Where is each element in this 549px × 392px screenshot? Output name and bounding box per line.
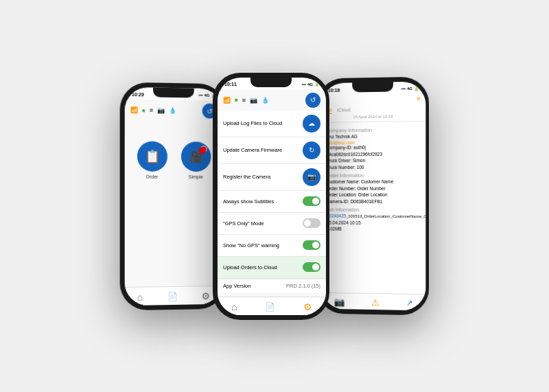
info-tabs: All iCloud [327,106,421,114]
warning-tab-right[interactable]: ⚠ [371,297,379,308]
signal-icon-right: ▪▪▪ [401,87,406,91]
app-screen-settings: 📶 ■ ≡ 📷 💧 ↺ Upload Log Files to Cloud ☁ [218,90,326,315]
settings-list: Upload Log Files to Cloud ☁ Update Camer… [218,111,326,297]
phone-mid-screen: 10:11 ▪▪▪ 4G 🔋 📶 ■ ≡ 📷 💧 ↺ [218,78,326,315]
tab-bar-mid: ⌂ 📄 ⚙ [218,297,326,315]
update-firmware-btn[interactable]: ↻ [303,141,320,159]
order-icon-item[interactable]: 📋 Order [137,141,167,279]
water-icon-left: 💧 [169,106,176,113]
gps-only-item: "GPS Only" Mode [218,213,326,235]
simple-circle-icon: 🎥 [180,141,211,172]
tab-bar-right: 📷 ⚠ ↗ [321,292,425,311]
status-icons-right: ▪▪▪ 4G 🔋 [401,86,419,91]
battery-icon-right: 🔋 [414,86,419,91]
signal-type-right: 4G [407,87,412,91]
job-date: 25.04.2024 10:15 [327,220,421,226]
simple-icon-item[interactable]: 🎥 Simple [180,141,211,279]
order-customer: Customer Name: Customer Name [327,179,421,185]
doc-tab-mid[interactable]: 📄 [265,302,275,312]
order-location: Order Location: Order Location [327,192,421,198]
app-screen-order: 📶 ■ ≡ 📷 💧 ↺ 📋 Order [125,99,222,305]
register-camera-btn[interactable]: 📷 [303,168,320,186]
gps-only-label: "GPS Only" Mode [223,220,303,227]
info-header: All iCloud 25 April 2024 at 10:18 [321,104,425,123]
app-showcase: 10:29 ▪▪▪ 4G 🔋 📶 ■ ≡ 📷 💧 ↺ [0,0,549,392]
subtitles-item: Always show Subtitles [218,191,326,213]
notch-mid [250,78,292,87]
upload-orders-item: Upload Orders to Cloud [218,257,326,279]
order-section-title: Order Information [327,173,421,178]
home-tab-mid[interactable]: ⌂ [231,301,237,312]
phone-mid: 10:11 ▪▪▪ 4G 🔋 📶 ■ ≡ 📷 💧 ↺ [213,73,329,320]
order-number: Order Number: Order Number [327,186,421,192]
camera-icon-mid: 📷 [250,97,257,104]
water-icon-mid: 💧 [261,97,269,104]
job-file: 20240425_101513_OrderLocation_CustomerNa… [327,214,421,220]
order-circle-icon: 📋 [137,141,167,171]
app-version-row: App Version PRD 2.1.0 (15) [218,279,326,292]
register-camera-item[interactable]: Register the Camera 📷 [218,164,326,191]
job-size: 1.02MB [327,227,421,233]
notch-left [153,87,194,97]
doc-tab-left[interactable]: 📄 [167,291,178,301]
job-file-link[interactable]: 20240425 [327,214,346,218]
signal-icon-left: ▪▪▪ [198,93,202,97]
job-section-title: Job Information [327,207,421,212]
upload-log-btn[interactable]: ☁ [303,115,320,132]
update-firmware-label: Update Camera Firmware [223,147,303,153]
info-body: Company Information Enz Technik AG info@… [321,122,425,294]
app-version-value: PRD 2.1.0 (15) [286,283,320,289]
update-firmware-item[interactable]: Update Camera Firmware ↻ [218,137,326,164]
register-camera-label: Register the Camera [223,174,303,180]
export-tab-right[interactable]: ↗ [406,299,412,308]
menu-icon-mid: ≡ [242,97,246,104]
signal-icon-mid: ▪▪▪ [302,82,306,87]
sync-icon-mid: ↺ [305,93,320,108]
status-icons-mid: ▪▪▪ 4G 🔋 [302,82,319,87]
truck-number: Truck Number: 100 [327,164,421,170]
simple-icon-glyph: 🎥 [189,150,202,163]
settings-tab-mid[interactable]: ⚙ [303,301,312,312]
simple-label: Simple [189,174,203,179]
signal-type-left: 4G [205,93,210,97]
top-nav-left: 📶 ■ ≡ 📷 💧 ↺ [125,99,222,121]
subtitles-toggle[interactable] [303,196,320,206]
update-firmware-icon: ↻ [309,146,314,154]
company-id-label: Company-ID: auth0| [327,145,421,151]
app-screen-info: ⎙ ✕ All iCloud 25 April 2024 at 10:18 Co… [321,94,425,311]
no-gps-toggle[interactable] [303,240,320,250]
phone-left-screen: 10:29 ▪▪▪ 4G 🔋 📶 ■ ≡ 📷 💧 ↺ [125,87,222,305]
company-name: Enz Technik AG [327,133,421,140]
wifi-icon-left: 📶 [130,106,138,113]
home-tab-left[interactable]: ⌂ [137,291,143,302]
upload-log-item[interactable]: Upload Log Files to Cloud ☁ [218,111,326,137]
truck-driver: Truck Driver: Simon [327,158,421,164]
phone-left: 10:29 ▪▪▪ 4G 🔋 📶 ■ ≡ 📷 💧 ↺ [120,82,226,310]
signal-type-mid: 4G [307,82,313,87]
order-label: Order [146,174,159,178]
camera-tab-right[interactable]: 📷 [334,297,345,307]
tab-bar-left: ⌂ 📄 ⚙ [125,285,222,305]
no-gps-warning-label: Show "No GPS" warning [223,242,303,249]
job-file-name: _101513_OrderLocation_CustomerName_Order… [346,214,425,219]
top-nav-mid: 📶 ■ ≡ 📷 💧 ↺ [218,90,326,111]
time-right: 10:18 [328,87,340,92]
battery-green-mid: ■ [235,97,238,103]
subtitles-label: Always show Subtitles [223,198,303,205]
settings-tab-left[interactable]: ⚙ [202,290,211,301]
red-dot [200,146,207,152]
order-icon-glyph: 📋 [144,148,159,163]
tab-icloud[interactable]: iCloud [337,107,351,113]
menu-icon-left: ≡ [150,106,153,113]
upload-orders-toggle[interactable] [303,262,320,272]
battery-green-left: ■ [142,106,145,113]
no-gps-warning-item: Show "No GPS" warning [218,235,326,257]
upload-log-label: Upload Log Files to Cloud [223,120,303,126]
company-section-title: Company Information [327,127,421,132]
camera-icon-left: 📷 [157,106,165,113]
close-button[interactable]: ✕ [416,95,421,102]
battery-icon-mid: 🔋 [314,82,319,87]
gps-only-toggle[interactable] [303,218,320,228]
time-left: 10:29 [132,91,144,96]
time-mid: 10:11 [224,82,237,87]
